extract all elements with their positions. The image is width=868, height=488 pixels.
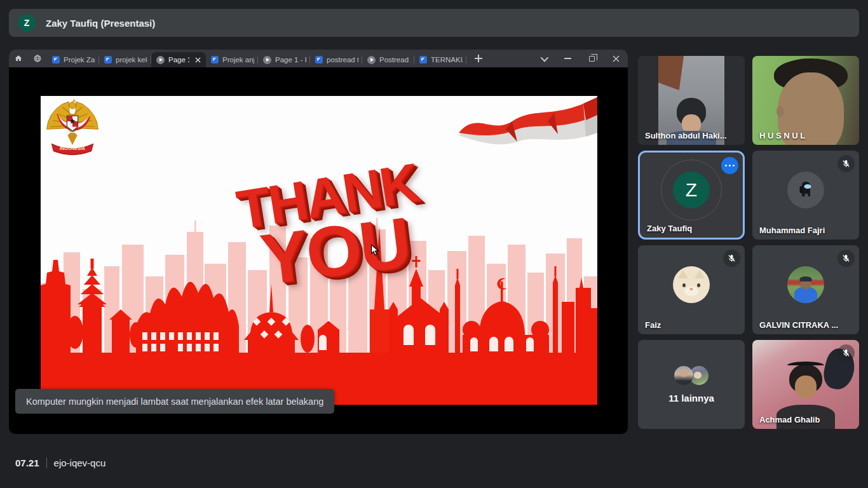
meeting-meta: 07.21 ejo-iqev-qcu — [15, 458, 105, 468]
participant-tile-sulthon[interactable]: Sulthon abdul Haki... — [638, 56, 745, 145]
presenter-banner: Z Zaky Taufiq (Presentasi) — [9, 9, 859, 37]
participant-tile-galvin[interactable]: GALVIN CITRAKA ... — [752, 245, 859, 334]
meeting-code: ejo-iqev-qcu — [54, 458, 106, 468]
participant-tile-husnul[interactable]: H U S N U L — [752, 56, 859, 145]
participant-grid: Sulthon abdul Haki... H U S N U L Z Zaky… — [638, 56, 859, 429]
tab-close-icon[interactable] — [193, 55, 202, 64]
garuda-pancasila-emblem: INDONESIA — [42, 97, 103, 156]
overflow-count-label: 11 lainnya — [668, 393, 714, 403]
globe-icon[interactable] — [28, 51, 47, 66]
mic-off-icon — [841, 159, 851, 168]
participant-name: Achmad Ghalib — [759, 415, 820, 424]
browser-tab-5[interactable]: Page 1 - P — [258, 52, 310, 67]
participant-name: H U S N U L — [759, 131, 805, 140]
participant-name: Faiz — [645, 320, 661, 330]
mini-avatar — [674, 366, 693, 385]
tab-search-button[interactable] — [531, 50, 555, 67]
letter-avatar: Z — [673, 172, 710, 208]
participant-tile-overflow[interactable]: 11 lainnya — [638, 340, 745, 429]
profile-avatar — [673, 266, 710, 303]
restore-button[interactable] — [580, 50, 604, 67]
sketchware-favicon — [211, 56, 219, 64]
cat-avatar-image — [678, 270, 688, 278]
participant-name: GALVIN CITRAKA ... — [759, 320, 838, 330]
browser-tab-bar: Projek Zak projek kelo Page 1 - Projek a… — [9, 50, 628, 67]
tile-options-button[interactable] — [721, 157, 738, 174]
mic-muted-indicator — [837, 155, 855, 172]
overflow-avatars — [674, 366, 709, 385]
presentation-slide: INDONESIA — [41, 96, 597, 405]
plus-icon — [475, 55, 482, 62]
participant-name: Muhammad Fajri — [759, 226, 825, 235]
participant-name: Sulthon abdul Haki... — [645, 131, 727, 140]
mic-off-icon — [841, 254, 851, 263]
play-favicon — [156, 56, 165, 64]
background-effects-toast: Komputer mungkin menjadi lambat saat men… — [15, 389, 334, 414]
mic-off-icon — [841, 348, 851, 358]
close-icon — [613, 55, 620, 62]
participant-tile-achmad[interactable]: Achmad Ghalib — [752, 340, 859, 429]
browser-tab-3-active[interactable]: Page 1 - — [151, 52, 206, 67]
flag-ribbon — [459, 96, 597, 152]
browser-tab-6[interactable]: postread t — [310, 52, 362, 67]
browser-tab-1[interactable]: Projek Zak — [47, 52, 99, 67]
window-controls — [531, 50, 628, 67]
minimize-icon — [564, 58, 571, 59]
presenter-avatar-letter: Z — [24, 18, 30, 28]
mouse-cursor — [370, 244, 380, 256]
browser-tab-4[interactable]: Projek anja — [206, 52, 258, 67]
participant-tile-faiz[interactable]: Faiz — [638, 245, 745, 334]
participant-tile-zaky[interactable]: Z Zaky Taufiq — [638, 151, 745, 240]
avatar-letter: Z — [686, 179, 697, 201]
home-icon[interactable] — [9, 51, 28, 66]
among-us-avatar-image — [797, 181, 814, 199]
participant-name: Zaky Taufiq — [647, 224, 692, 233]
control-bar: 07.21 ejo-iqev-qcu — [0, 438, 868, 488]
profile-avatar — [787, 172, 824, 208]
presenter-avatar: Z — [18, 14, 36, 32]
browser-tab-7[interactable]: Postread A — [362, 52, 414, 67]
browser-tab-8[interactable]: TERNAKU — [414, 52, 466, 67]
mic-off-icon — [727, 254, 736, 263]
restore-icon — [589, 56, 595, 62]
presenter-title: Zaky Taufiq (Presentasi) — [46, 18, 155, 29]
meta-divider — [46, 458, 47, 468]
browser-tab-2[interactable]: projek kelo — [99, 52, 151, 67]
emblem-banner-text: INDONESIA — [60, 146, 85, 151]
play-favicon — [367, 56, 376, 64]
profile-avatar — [787, 266, 824, 303]
mic-muted-indicator — [723, 250, 740, 267]
shared-screen: Projek Zak projek kelo Page 1 - Projek a… — [9, 50, 628, 434]
sketchware-favicon — [104, 56, 112, 64]
tab-search-icon — [540, 53, 548, 62]
mic-muted-indicator — [837, 344, 855, 362]
close-window-button[interactable] — [604, 50, 628, 67]
sketchware-favicon — [315, 56, 323, 64]
minimize-button[interactable] — [555, 50, 580, 67]
sketchware-favicon — [419, 56, 427, 64]
meet-app: { "banner": { "avatar_letter": "Z", "tit… — [0, 0, 868, 488]
sketchware-favicon — [52, 56, 60, 64]
mic-muted-indicator — [837, 250, 855, 267]
clock-time: 07.21 — [15, 458, 39, 468]
play-favicon — [263, 56, 271, 64]
participant-tile-fajri[interactable]: Muhammad Fajri — [752, 151, 859, 240]
new-tab-button[interactable] — [470, 51, 487, 66]
